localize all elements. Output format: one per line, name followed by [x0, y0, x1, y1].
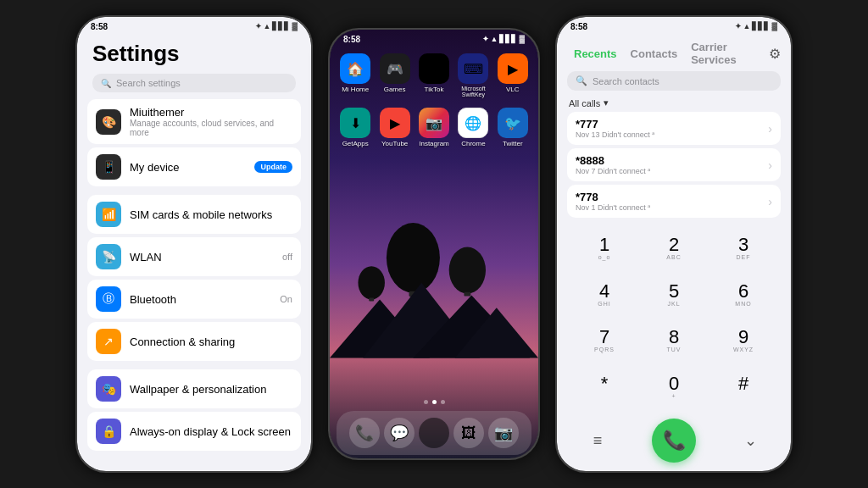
- phone-home: 8:58 ✦ ▲ ▋▋▋ ▓ 🏠 Mi Home 🎮: [328, 28, 540, 460]
- dial-sub-3: DEF: [737, 254, 751, 262]
- dial-key-2[interactable]: 2 ABC: [640, 226, 708, 271]
- dial-key-hash[interactable]: #: [709, 365, 777, 410]
- app-chrome[interactable]: 🌐 Chrome: [456, 108, 490, 147]
- app-mihome[interactable]: 🏠 Mi Home: [338, 53, 372, 97]
- signal-icon: ▋▋▋: [272, 22, 290, 30]
- tab-contacts[interactable]: Contacts: [624, 46, 685, 62]
- dial-key-4[interactable]: 4 GHI: [570, 273, 638, 318]
- call-info-1: Nov 7 Didn't connect ᵃ: [576, 167, 651, 175]
- mydevice-badge: Update: [254, 161, 292, 173]
- balloons-svg: [330, 152, 538, 396]
- dock-home-button[interactable]: [419, 418, 449, 448]
- menu-icon[interactable]: ≡: [582, 425, 613, 456]
- all-calls-filter[interactable]: All calls ▾: [557, 96, 791, 112]
- dialer-signal-icon: ▋▋▋: [752, 22, 770, 30]
- tiktok-label: TikTok: [425, 86, 444, 93]
- call-button[interactable]: 📞: [652, 419, 696, 463]
- dial-key-0[interactable]: 0 +: [640, 365, 708, 410]
- mydevice-icon: 📱: [96, 154, 121, 180]
- settings-item-bluetooth[interactable]: Ⓑ Bluetooth On: [87, 280, 301, 319]
- youtube-label: YouTube: [381, 140, 408, 147]
- dot-1: [424, 400, 428, 404]
- youtube-icon: ▶: [380, 108, 410, 138]
- app-twitter[interactable]: 🐦 Twitter: [496, 108, 530, 147]
- app-instagram[interactable]: 📷 Instagram: [417, 108, 451, 147]
- dial-key-3[interactable]: 3 DEF: [709, 226, 777, 271]
- balloon-scene: [330, 152, 538, 396]
- app-games[interactable]: 🎮 Games: [377, 53, 411, 97]
- miuithemer-text: Miuithemer Manage accounts, cloud servic…: [130, 106, 292, 137]
- settings-item-wallpaper[interactable]: 🎭 Wallpaper & personalization: [87, 369, 301, 408]
- svg-rect-5: [369, 298, 374, 302]
- dialer-search-bar[interactable]: 🔍 Search contacts: [567, 71, 781, 91]
- dial-key-star[interactable]: *: [570, 365, 638, 410]
- dial-key-6[interactable]: 6 MNO: [709, 273, 777, 318]
- home-content: 8:58 ✦ ▲ ▋▋▋ ▓ 🏠 Mi Home 🎮: [330, 30, 538, 458]
- dial-sub-8: TUV: [667, 347, 682, 354]
- wallpaper-text: Wallpaper & personalization: [130, 383, 292, 396]
- app-vlc[interactable]: ▶ VLC: [496, 53, 530, 97]
- dialpad: 1 o_o 2 ABC 3 DEF 4 GHI: [557, 221, 791, 413]
- dial-num-1: 1: [599, 236, 609, 254]
- dialer-bottom-bar: ≡ 📞 ⌄: [557, 413, 791, 471]
- settings-item-miuithemer[interactable]: 🎨 Miuithemer Manage accounts, cloud serv…: [87, 99, 301, 144]
- gear-icon[interactable]: ⚙: [769, 46, 781, 62]
- dock-messages[interactable]: 💬: [384, 418, 415, 448]
- home-dock: 📞 💬 🖼 📷: [337, 411, 531, 455]
- settings-item-my-device[interactable]: 📱 My device Update: [87, 147, 301, 186]
- app-swiftkey[interactable]: ⌨ Microsoft SwiftKey: [456, 53, 490, 97]
- dial-num-4: 4: [599, 282, 609, 301]
- app-youtube[interactable]: ▶ YouTube: [377, 108, 411, 147]
- mydevice-title: My device: [130, 161, 246, 174]
- wallpaper-title: Wallpaper & personalization: [130, 383, 292, 396]
- dialer-status-icons: ✦ ▲ ▋▋▋ ▓: [735, 22, 777, 30]
- settings-item-wlan[interactable]: 📡 WLAN off: [87, 237, 301, 276]
- call-info-2: Nov 1 Didn't connect ᵃ: [576, 203, 651, 212]
- call-item-1[interactable]: *8888 Nov 7 Didn't connect ᵃ ›: [567, 148, 781, 181]
- settings-item-connection[interactable]: ↗ Connection & sharing: [87, 322, 301, 361]
- bluetooth-status-icon: ✦: [255, 22, 262, 30]
- dial-key-1[interactable]: 1 o_o: [570, 226, 638, 271]
- battery-icon: ▓: [292, 22, 298, 30]
- call-item-2[interactable]: *778 Nov 1 Didn't connect ᵃ ›: [567, 185, 781, 218]
- app-tiktok[interactable]: ♪ TikTok: [417, 53, 451, 97]
- settings-item-sim[interactable]: 📶 SIM cards & mobile networks: [87, 195, 301, 234]
- call-info-0: Nov 13 Didn't connect ᵃ: [576, 130, 655, 139]
- mihome-label: Mi Home: [342, 86, 369, 93]
- wifi-status-icon: ▲: [264, 22, 271, 30]
- miuithemer-subtitle: Manage accounts, cloud services, and mor…: [130, 119, 292, 137]
- app-getapps[interactable]: ⬇ GetApps: [338, 108, 372, 147]
- games-icon: 🎮: [380, 53, 410, 84]
- instagram-icon: 📷: [419, 108, 449, 138]
- settings-status-icons: ✦ ▲ ▋▋▋ ▓: [255, 22, 298, 30]
- tab-carrier-services[interactable]: Carrier Services: [684, 39, 769, 68]
- dropdown-arrow-icon[interactable]: ⌄: [735, 425, 765, 456]
- all-calls-dropdown-icon: ▾: [604, 97, 609, 108]
- call-number-2: *778: [576, 191, 651, 203]
- dock-phone[interactable]: 📞: [349, 418, 380, 448]
- home-battery-icon: ▓: [519, 35, 525, 43]
- call-chevron-1: ›: [768, 158, 772, 172]
- dock-gallery[interactable]: 🖼: [453, 418, 484, 448]
- tab-recents[interactable]: Recents: [567, 46, 624, 62]
- call-item-0[interactable]: *777 Nov 13 Didn't connect ᵃ ›: [567, 112, 781, 145]
- dial-key-9[interactable]: 9 WXYZ: [709, 319, 777, 364]
- miuithemer-title: Miuithemer: [130, 106, 292, 119]
- dial-num-hash: #: [738, 374, 748, 393]
- connection-text: Connection & sharing: [130, 336, 292, 348]
- getapps-icon: ⬇: [340, 108, 370, 138]
- dialer-search-placeholder: Search contacts: [593, 76, 659, 86]
- dial-key-5[interactable]: 5 JKL: [640, 273, 708, 318]
- dock-camera[interactable]: 📷: [488, 418, 519, 448]
- app-grid-row1: 🏠 Mi Home 🎮 Games ♪ TikTok ⌨ Microsoft S…: [330, 48, 538, 103]
- settings-search-bar[interactable]: 🔍 Search settings: [92, 74, 296, 92]
- call-number-0: *777: [576, 118, 655, 130]
- dial-key-8[interactable]: 8 TUV: [640, 319, 708, 364]
- home-time: 8:58: [343, 35, 360, 44]
- dial-num-6: 6: [738, 282, 748, 301]
- settings-item-always-on[interactable]: 🔒 Always-on display & Lock screen: [87, 412, 301, 451]
- app-grid-row2: ⬇ GetApps ▶ YouTube 📷 Instagram 🌐 Chrome: [330, 103, 538, 152]
- dial-key-7[interactable]: 7 PQRS: [570, 319, 638, 364]
- vlc-icon: ▶: [498, 53, 528, 84]
- dialer-screen: 8:58 ✦ ▲ ▋▋▋ ▓ Recents Contacts Carrier …: [557, 17, 791, 471]
